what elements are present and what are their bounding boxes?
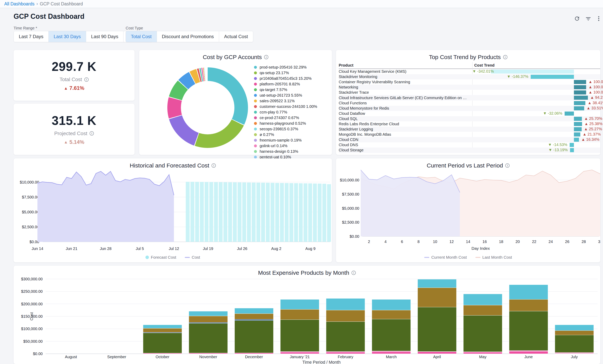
cost-marker-icon [185,257,190,258]
table-row[interactable]: Cloud CDN▲ 16.34% [339,137,600,142]
monthly-stacked-bar-chart[interactable]: $0.00$50,000.00$100,000.00$150,000.00$20… [13,266,600,364]
page-title: GCP Cost Dashboard [13,12,84,21]
donut-legend-item[interactable]: ce-prod-274307 0.67% [254,115,330,121]
product-cell: Redis Labs Redis Enterprise Cloud [339,122,472,126]
kebab-menu-icon[interactable] [594,14,603,23]
svg-text:August: August [65,355,77,359]
svg-text:Aug 9: Aug 9 [305,246,315,251]
product-cell: Cloud Storage [339,148,472,152]
donut-legend-item[interactable]: uat-setup-261723 5.55% [254,93,330,98]
svg-text:4: 4 [384,240,387,244]
trend-value: ▲ 100.00% [589,80,603,84]
product-cell: Stackdriver Logging [339,127,472,132]
donut-legend-item[interactable]: sales-209522 3.11% [254,98,330,104]
trend-bar [574,101,585,105]
donut-legend-item[interactable]: qa-setup 23.17% [254,70,330,76]
cost-trend-cell: ▲ 94.21% [472,95,600,100]
svg-text:$5,000.00: $5,000.00 [22,210,39,214]
info-icon[interactable]: i [84,77,89,82]
legend-item-cost[interactable]: Cost [185,255,200,260]
svg-text:30: 30 [598,240,600,244]
time-range-group-option[interactable]: Last 7 Days [14,31,49,42]
table-row[interactable]: Cloud Key Management Service (KMS)▼ -342… [339,69,600,74]
donut-legend-label: qa-setup 23.17% [260,70,289,76]
svg-text:Jun 14: Jun 14 [32,246,43,251]
svg-text:November: November [199,355,217,359]
legend-item-last-month[interactable]: Last Month Cost [475,255,512,260]
donut-legend-item[interactable]: pr10406a87045145c3 15.20% [254,76,330,81]
svg-text:December: December [245,355,263,359]
current-month-marker-icon [424,257,429,258]
last-month-marker-icon [475,257,480,258]
table-row[interactable]: Container Registry Vulnerability Scannin… [339,79,600,85]
table-row[interactable]: Redis Labs Redis Enterprise Cloud▲ 25.38… [339,121,600,127]
trend-table-title: Top Cost Trend by Products [429,54,501,60]
donut-legend-item[interactable]: prod-setup-205416 32.29% [254,65,330,70]
trend-bar [531,75,574,79]
donut-legend-item[interactable]: harness-playground 0.52% [254,121,330,126]
donut-legend-item[interactable]: secops-239815 0.37% [254,126,330,132]
table-row[interactable]: Stackdriver Monitoring▼ -146.37% [339,74,600,79]
svg-text:March: March [386,355,397,359]
trend-value: ▲ 94.21% [590,95,603,100]
table-row[interactable]: Cloud Infrastructure Services GitLab Ser… [339,95,600,100]
legend-dot-icon [254,122,257,125]
trend-value: ▲ 16.34% [581,137,599,142]
breadcrumb-link-all-dashboards[interactable]: All Dashboards [4,1,35,7]
svg-text:January '21: January '21 [290,355,310,359]
table-row[interactable]: Cloud Dataflow▼ -32.06% [339,111,600,116]
table-row[interactable]: Stackdriver Trace▲ 100.00% [339,90,600,95]
time-range-group-option[interactable]: Last 30 Days [49,31,86,42]
svg-text:Jul 19: Jul 19 [203,246,213,251]
triangle-up-icon: ▲ [64,86,68,91]
donut-legend-item[interactable]: qa-target 7.57% [254,87,330,92]
trend-bar [574,138,579,142]
table-row[interactable]: MongoDB Inc. MongoDB Atlas▲ 21.37% [339,132,600,137]
product-cell: Cloud Functions [339,101,472,105]
cost-type-group-option[interactable]: Discount and Promotions [157,31,219,42]
info-icon[interactable]: i [90,131,94,135]
svg-text:$10,000.00: $10,000.00 [340,178,359,182]
trend-value: ▲ 25.38% [584,121,603,126]
svg-text:8: 8 [417,240,420,244]
cost-type-group-option[interactable]: Actual Cost [219,31,253,42]
legend-dot-icon [254,156,257,159]
svg-text:Aug 2: Aug 2 [271,246,281,251]
donut-legend-item[interactable]: ccm-play 0.77% [254,110,330,115]
refresh-icon[interactable] [572,14,582,23]
cost-type-group-option[interactable]: Total Cost [126,31,157,42]
compare-chart[interactable]: $0.00$2,500.00$5,000.00$7,500.00$10,000.… [336,158,600,262]
breadcrumb: All Dashboards › GCP Cost Dashboard [0,0,603,8]
time-range-group-option[interactable]: Last 90 Days [86,31,124,42]
table-row[interactable]: Stackdriver Logging▲ 25.27% [339,127,600,132]
table-row[interactable]: Cloud SQL▲ 25.70% [339,116,600,121]
donut-legend-item[interactable]: freemium-sample 0.19% [254,138,330,143]
table-row[interactable]: Networking▲ 100.00% [339,85,600,90]
donut-legend-label: golink-url 0.14% [260,143,287,148]
info-icon[interactable]: i [264,55,268,59]
historical-chart[interactable]: $0.00$2,500.00$5,000.00$7,500.00$10,000.… [13,158,332,262]
trend-bar [565,111,574,116]
donut-legend-item[interactable]: golink-url 0.14% [254,143,330,148]
product-cell: Cloud Dataflow [339,111,472,116]
donut-legend-item[interactable]: harness-design 0.13% [254,149,330,154]
table-row[interactable]: Cloud Functions▲ 38.41% [339,100,600,106]
donut-legend-item[interactable]: customer-success-244100 1.00% [254,104,330,109]
legend-item-current-month[interactable]: Current Month Cost [424,255,467,260]
table-row[interactable]: Cloud Memorystore for Redis▲ 33.51% [339,106,600,111]
product-cell: Container Registry Vulnerability Scannin… [339,80,472,84]
donut-legend-item[interactable]: ø 0.27% [254,132,330,137]
donut-legend-label: ø 0.27% [260,132,274,137]
filter-icon[interactable] [584,14,593,23]
legend-dot-icon [254,133,257,136]
cost-trend-cell: ▲ 38.41% [472,100,600,106]
table-row[interactable]: Cloud DNS▼ -14.53% [339,142,600,148]
donut-legend-item[interactable]: platform-205701 8.82% [254,81,330,87]
total-cost-card: 299.7 K Total Cost i ▲ 7.61% [13,50,135,101]
trend-value: ▼ -342.01% [472,69,489,74]
table-row[interactable]: Cloud Storage▼ -13.19% [339,148,600,153]
legend-dot-icon [254,105,257,108]
legend-item-forecast-cost[interactable]: Forecast Cost [145,255,176,260]
cost-trend-cell: ▲ 16.34% [472,137,600,142]
info-icon[interactable]: i [503,55,507,59]
